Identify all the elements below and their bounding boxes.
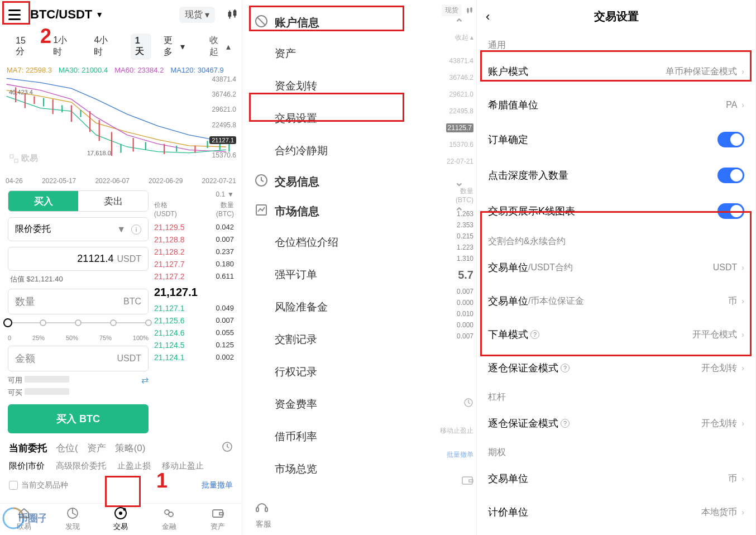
- history-icon[interactable]: [222, 441, 233, 455]
- tab-current-orders[interactable]: 当前委托: [9, 442, 47, 455]
- row-greek-unit[interactable]: 希腊值单位 PA›: [477, 88, 755, 122]
- x-axis: 04-262022-05-172022-06-072022-06-292022-…: [0, 176, 242, 186]
- orderbook-ask-row[interactable]: 21,128.20.237: [154, 246, 234, 258]
- toggle-order-confirm[interactable]: [717, 132, 744, 147]
- ma30: MA30: 21000.4: [59, 66, 108, 74]
- side-menu-screen: 账户信息 ⌃ 资产 资金划转 交易设置 合约冷静期 交易信息 ⌄ 市场信息 ⌃ …: [242, 0, 477, 535]
- question-icon[interactable]: ?: [561, 419, 570, 428]
- toggle-depth-qty[interactable]: [717, 168, 744, 183]
- ma7: MA7: 22598.3: [7, 66, 52, 74]
- order-type-select[interactable]: 限价委托 ▼ i: [8, 217, 149, 241]
- svg-rect-45: [462, 477, 472, 484]
- svg-rect-25: [15, 159, 18, 163]
- row-order-mode[interactable]: 下单模式 ? 开平仓模式›: [477, 318, 755, 351]
- tab-strategy[interactable]: 策略(0): [115, 442, 146, 455]
- subtab-adv-limit[interactable]: 高级限价委托: [56, 461, 106, 471]
- annotation-2: 2: [40, 25, 51, 48]
- tf-1h[interactable]: 1小时: [49, 32, 77, 60]
- svg-text:币圈子: 币圈子: [17, 513, 46, 524]
- orderbook-bid-row[interactable]: 21,127.10.049: [154, 302, 234, 314]
- y-axis: 43871.4 36746.2 29621.0 22495.8 21127.1 …: [209, 75, 236, 159]
- chart-icon: [255, 203, 268, 219]
- svg-point-32: [169, 512, 173, 517]
- orderbook-ask-row[interactable]: 21,129.50.042: [154, 221, 234, 233]
- nav-discover[interactable]: 发现: [56, 506, 89, 532]
- orderbook-bid-row[interactable]: 21,124.50.125: [154, 339, 234, 351]
- orderbook-bid-row[interactable]: 21,124.60.055: [154, 327, 234, 339]
- submit-buy-button[interactable]: 买入 BTC: [8, 404, 149, 433]
- settings-header: ‹ 交易设置: [477, 0, 755, 33]
- svg-point-30: [123, 508, 126, 511]
- site-watermark-logo: 币圈子: [1, 503, 46, 531]
- position-tabs: 当前委托 仓位( 资产 策略(0): [0, 433, 242, 455]
- orderbook-ask-row[interactable]: 21,127.70.180: [154, 258, 234, 270]
- ob-step-select[interactable]: 0.1 ▼: [216, 190, 234, 198]
- svg-rect-39: [265, 508, 267, 512]
- sell-tab[interactable]: 卖出: [78, 191, 148, 211]
- subtab-trailing[interactable]: 移动止盈止: [162, 461, 204, 471]
- hamburger-menu-icon[interactable]: [3, 3, 26, 26]
- customer-service[interactable]: 客服: [255, 500, 271, 529]
- orderbook: 0.1 ▼ 价格(USDT) 数量(BTC) 21,129.50.04221,1…: [154, 190, 234, 433]
- tf-15m[interactable]: 15分: [11, 34, 36, 60]
- candlestick-icon[interactable]: [226, 8, 238, 21]
- buy-tab[interactable]: 买入: [8, 191, 78, 211]
- orderbook-ask-row[interactable]: 21,127.20.611: [154, 270, 234, 283]
- orderbook-bid-row[interactable]: 21,124.10.002: [154, 351, 234, 364]
- section-lever: 杠杆: [477, 385, 755, 407]
- chart-low-label: 17,618.0: [87, 150, 111, 156]
- tab-positions[interactable]: 仓位(: [56, 442, 78, 455]
- row-option-quote-unit[interactable]: 计价单位 本地货币›: [477, 495, 755, 529]
- order-panel: 买入 卖出 限价委托 ▼ i 21121.4 USDT 估值 $21,121.4…: [0, 186, 242, 433]
- caret-down-icon: ▼: [95, 10, 103, 19]
- tf-1d[interactable]: 1天: [131, 34, 151, 60]
- row-lever-isolated[interactable]: 逐仓保证金模式 ? 开仓划转›: [477, 407, 755, 440]
- clock-icon: [255, 174, 268, 190]
- orderbook-bid-row[interactable]: 21,125.60.007: [154, 314, 234, 327]
- settings-screen: ‹ 交易设置 通用 账户模式 单币种保证金模式› 希腊值单位 PA› 订单确定 …: [477, 0, 756, 535]
- nav-finance[interactable]: 金融: [152, 506, 186, 532]
- current-pair-checkbox[interactable]: [9, 481, 18, 490]
- trading-pair-selector[interactable]: BTC/USDT ▼: [30, 7, 103, 22]
- question-icon[interactable]: ?: [530, 330, 539, 339]
- row-depth-qty: 点击深度带入数量: [477, 157, 755, 193]
- chart-collapse[interactable]: 收起▴: [209, 35, 231, 58]
- tab-assets[interactable]: 资产: [87, 442, 106, 455]
- toggle-show-kline[interactable]: [717, 203, 744, 219]
- price-input[interactable]: 21121.4 USDT: [8, 247, 149, 271]
- clock-icon: [255, 15, 268, 31]
- mid-price: 21,127.1: [154, 283, 234, 302]
- row-account-mode[interactable]: 账户模式 单币种保证金模式›: [477, 55, 755, 88]
- svg-rect-33: [213, 510, 223, 517]
- subtab-limit-market[interactable]: 限价|市价: [9, 461, 45, 471]
- qty-slider[interactable]: [8, 318, 149, 329]
- tf-more[interactable]: 更多▾: [164, 35, 185, 58]
- info-icon[interactable]: i: [131, 224, 141, 235]
- svg-rect-24: [10, 155, 13, 158]
- row-trade-unit-usdt[interactable]: 交易单位 /USDT合约 USDT›: [477, 251, 755, 284]
- row-isolated-margin[interactable]: 逐仓保证金模式 ? 开仓划转›: [477, 351, 755, 385]
- row-option-trade-unit[interactable]: 交易单位 币›: [477, 462, 755, 495]
- subtab-tp-sl[interactable]: 止盈止损: [117, 461, 151, 471]
- row-trade-unit-coin[interactable]: 交易单位 /币本位保证金 币›: [477, 284, 755, 318]
- back-icon[interactable]: ‹: [486, 9, 490, 24]
- nav-assets[interactable]: 资产: [201, 506, 235, 532]
- estimate-label: 估值 $21,121.40: [8, 274, 149, 284]
- svg-point-29: [119, 512, 122, 515]
- available-row: 可用 ⇄: [8, 375, 149, 385]
- nav-trade[interactable]: 交易: [104, 506, 137, 532]
- amount-input[interactable]: 金额 USDT: [8, 346, 149, 371]
- candlestick-chart[interactable]: 40,423.4 17,618.0 欧易 43871.4: [3, 75, 238, 176]
- swap-icon[interactable]: ⇄: [141, 375, 149, 385]
- section-contract: 交割合约&永续合约: [477, 229, 755, 251]
- batch-row: 当前交易品种 批量撤单: [0, 477, 242, 494]
- batch-cancel-link[interactable]: 批量撤单: [202, 480, 233, 490]
- qty-input[interactable]: 数量 BTC: [8, 289, 149, 314]
- section-general: 通用: [477, 33, 755, 55]
- question-icon[interactable]: ?: [561, 364, 570, 372]
- tf-4h[interactable]: 4小时: [89, 32, 118, 60]
- order-filter-tabs: 限价|市价 高级限价委托 止盈止损 移动止盈止: [0, 455, 242, 477]
- market-type-pill[interactable]: 现货 ▾: [179, 7, 215, 23]
- pair-text: BTC/USDT: [30, 7, 92, 22]
- orderbook-ask-row[interactable]: 21,128.80.007: [154, 233, 234, 246]
